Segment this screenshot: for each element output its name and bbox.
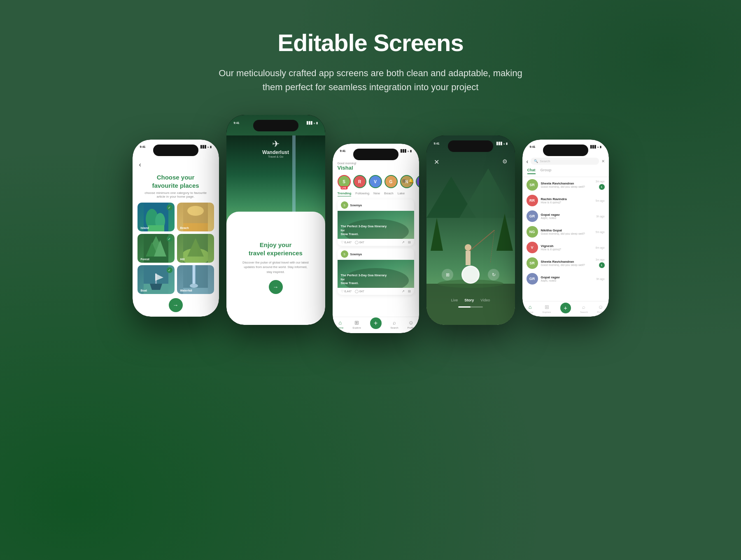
- greeting-text: Good morning!: [338, 162, 414, 165]
- mode-live[interactable]: Live: [451, 298, 458, 302]
- comment-action[interactable]: ◯ 647: [355, 240, 364, 244]
- chat-item-6[interactable]: SR Sheela Ravichandran Good morning, did…: [522, 255, 609, 271]
- share-action-2[interactable]: ↗: [402, 289, 405, 293]
- next-button[interactable]: →: [169, 298, 183, 312]
- back-button[interactable]: ‹: [133, 159, 219, 170]
- p5-search-icon: ⌕: [582, 304, 585, 310]
- chat-item-4[interactable]: NG Nikitha Gopal Good morning, did you s…: [522, 224, 609, 240]
- chat-info-7: Gopal ragav Aight, noted: [541, 275, 594, 282]
- category-beach[interactable]: Beach: [177, 203, 214, 231]
- category-boat[interactable]: Boat ✓: [137, 265, 175, 294]
- search-bar[interactable]: 🔍 Search: [531, 158, 599, 165]
- comment-action-2[interactable]: ◯ 647: [355, 289, 364, 293]
- chat-meta-2: 5m ago: [596, 199, 605, 202]
- chat-avatar-3: GR: [527, 210, 538, 222]
- like-count-2: 6,447: [345, 290, 352, 293]
- add-button[interactable]: +: [370, 317, 382, 329]
- tab-trending[interactable]: Trending: [338, 191, 352, 196]
- story-avatar-2[interactable]: R: [353, 175, 366, 188]
- story-avatar-6[interactable]: K: [416, 175, 419, 188]
- save-action-2[interactable]: ⊟: [408, 289, 411, 293]
- share-action[interactable]: ↗: [402, 240, 405, 244]
- share-icon[interactable]: ⊞: [402, 178, 406, 184]
- category-forest[interactable]: Forest ✓: [137, 234, 175, 263]
- chat-info-5: Vignesh How is it going?: [541, 244, 593, 251]
- post-2-author: Sowmya: [350, 253, 362, 256]
- tab-following[interactable]: Following: [355, 191, 369, 196]
- nav-home[interactable]: ⌂ Home: [337, 320, 343, 329]
- chat-item-2[interactable]: RR Rachin Ravindra How is it going? 5m a…: [522, 193, 609, 208]
- chat-item-3[interactable]: GR Gopal ragav Aight, noted 9h ago: [522, 208, 609, 224]
- status-time-p2: 9:41: [234, 121, 240, 125]
- status-time-p5: 9:41: [530, 145, 536, 149]
- chat-item-7[interactable]: GR Gopal ragav Aight, noted 9h ago: [522, 271, 609, 287]
- category-grid: Island ✓ Beach: [133, 203, 219, 294]
- category-waterfall[interactable]: Waterfall: [177, 265, 214, 294]
- mode-story[interactable]: Story: [464, 298, 474, 302]
- p5-explore-label: Explore: [543, 311, 551, 313]
- phone-3-shell: 9:41 ▋▋▋ ≈ ▮ Good morning! Vishal ⊞ 🔔: [333, 144, 419, 333]
- nav-explore[interactable]: ⊞ Explore: [352, 320, 361, 329]
- phone-1-shell: 9:41 ▋▋▋ ≈ ▮ ‹ Choose yourfavourite plac…: [133, 140, 219, 317]
- story-avatar-1[interactable]: S LIVE: [338, 175, 351, 188]
- post-1-actions: ♡ 6,447 ◯ 647 ↗ ⊟: [338, 239, 414, 246]
- tab-group[interactable]: Group: [541, 168, 552, 174]
- category-hill[interactable]: Hill: [177, 234, 214, 263]
- tab-lake[interactable]: Lake: [398, 191, 405, 196]
- p5-nav-profile[interactable]: ☺ Profile: [597, 304, 604, 313]
- p5-home-label: Home: [527, 311, 534, 313]
- signal-icon-p3: ▋▋▋: [401, 149, 407, 153]
- chat-item-1[interactable]: SR Sheela Ravichandran Good morning, did…: [522, 177, 609, 193]
- category-island[interactable]: Island ✓: [137, 203, 175, 231]
- chat-avatar-6: SR: [527, 257, 538, 269]
- home-icon: ⌂: [339, 320, 342, 326]
- tab-chat[interactable]: Chat: [527, 168, 536, 174]
- wifi-icon-p4: ≈: [503, 142, 505, 145]
- comment-count-2: 647: [359, 290, 364, 293]
- p5-back-button[interactable]: ‹: [527, 158, 529, 165]
- p5-nav-search[interactable]: ⌕ Search: [580, 304, 588, 313]
- chat-info-2: Rachin Ravindra How is it going?: [541, 197, 593, 204]
- phone-1-screen: 9:41 ▋▋▋ ≈ ▮ ‹ Choose yourfavourite plac…: [133, 140, 219, 317]
- nav-search[interactable]: ⌕ Search: [391, 320, 398, 329]
- post-2-image[interactable]: The Perfect 3-Day Goa Itinerary forSlow …: [338, 260, 414, 288]
- post-1-image[interactable]: The Perfect 3-Day Goa Itinerary forSlow …: [338, 211, 414, 239]
- profile-label: Profile: [408, 327, 415, 329]
- notification-icon[interactable]: 🔔: [408, 178, 414, 184]
- like-action[interactable]: ♡ 6,447: [341, 240, 352, 244]
- signal-icon-p4: ▋▋▋: [496, 142, 503, 145]
- progress-indicator: [458, 306, 483, 308]
- chat-name-5: Vignesh: [541, 244, 593, 248]
- p1-title: Choose yourfavourite places: [133, 170, 219, 191]
- like-action-2[interactable]: ♡ 6,447: [341, 289, 352, 293]
- p5-nav-home[interactable]: ⌂ Home: [527, 304, 534, 313]
- p2-next-button[interactable]: →: [269, 280, 283, 294]
- wifi-icon-p2: ≈: [314, 122, 315, 125]
- hero-section: Editable Screens Our meticulously crafte…: [0, 0, 741, 115]
- p5-nav-explore[interactable]: ⊞ Explore: [543, 304, 551, 313]
- gallery-button[interactable]: ⊞: [442, 269, 453, 280]
- chat-item-5[interactable]: V Vignesh How is it going? 8m ago: [522, 240, 609, 255]
- home-label: Home: [337, 327, 343, 329]
- mode-video[interactable]: Video: [480, 298, 490, 302]
- beach-label: Beach: [180, 226, 189, 229]
- post-2-title: The Perfect 3-Day Goa Itinerary forSlow …: [341, 273, 390, 285]
- tab-new[interactable]: New: [373, 191, 380, 196]
- tab-beach[interactable]: Beach: [384, 191, 394, 196]
- close-button[interactable]: ✕: [434, 158, 439, 166]
- save-action[interactable]: ⊟: [408, 240, 411, 244]
- story-avatar-3[interactable]: V: [369, 175, 382, 188]
- close-search-button[interactable]: ✕: [601, 159, 605, 163]
- settings-button[interactable]: ⚙: [502, 158, 508, 165]
- flip-camera-button[interactable]: ↻: [488, 269, 499, 280]
- signal-icon-p5: ▋▋▋: [590, 145, 597, 149]
- status-time-p4: 9:41: [434, 142, 440, 145]
- svg-marker-17: [150, 284, 162, 290]
- explore-label: Explore: [352, 327, 361, 329]
- heart-icon-2: ♡: [341, 289, 344, 293]
- p5-add-button[interactable]: +: [560, 303, 571, 313]
- brand-tagline: Travel & Go: [226, 155, 325, 158]
- shutter-button[interactable]: [461, 266, 480, 284]
- nav-profile[interactable]: ☺ Profile: [408, 320, 415, 329]
- story-avatar-4[interactable]: G: [384, 175, 398, 188]
